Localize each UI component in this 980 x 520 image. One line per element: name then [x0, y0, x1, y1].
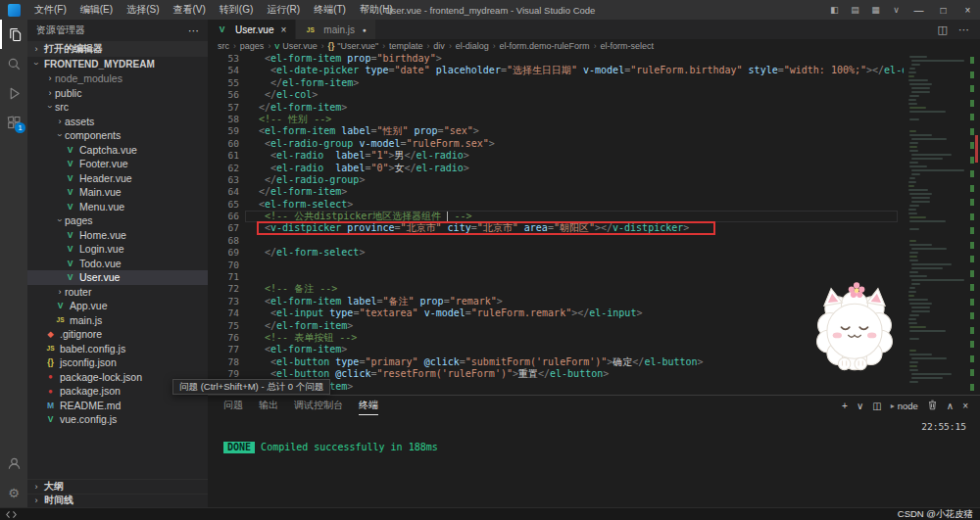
code-line-59[interactable]: 59 <el-form-item label="性别" prop="sex"> — [208, 125, 980, 137]
tree-item-user-vue[interactable]: VUser.vue — [27, 270, 208, 285]
explorer-icon[interactable] — [0, 20, 27, 49]
close-panel-icon[interactable]: × — [962, 401, 968, 411]
breadcrumb-item[interactable]: el-form-select — [600, 41, 654, 51]
outline-section[interactable]: › 大纲 — [27, 479, 208, 494]
menu-item[interactable]: 文件(F) — [27, 0, 74, 20]
minimize-button[interactable]: — — [906, 0, 931, 20]
split-terminal-icon[interactable]: ◫ — [872, 401, 881, 411]
code-line-53[interactable]: 53 <el-form-item prop="birthday"> — [208, 53, 980, 65]
toggle-sidebar-icon[interactable]: ◧ — [824, 0, 845, 20]
code-line-57[interactable]: 57 </el-form-item> — [208, 102, 980, 114]
chevron-right-icon: › — [55, 287, 65, 297]
panel-tab-调试控制台[interactable]: 调试控制台 — [294, 396, 343, 415]
customize-layout-icon[interactable]: ∨ — [886, 0, 906, 20]
menu-item[interactable]: 编辑(E) — [74, 0, 120, 20]
tree-item-components[interactable]: ›components — [27, 128, 208, 143]
code-line-63[interactable]: 63 </el-radio-group> — [208, 174, 980, 186]
code-line-60[interactable]: 60 <el-radio-group v-model="ruleForm.sex… — [208, 138, 980, 150]
tree-item-vue-config-js[interactable]: Vvue.config.js — [27, 412, 208, 427]
tree-item-main-vue[interactable]: VMain.vue — [27, 185, 208, 200]
tree-item-captcha-vue[interactable]: VCaptcha.vue — [27, 143, 208, 158]
tree-item-header-vue[interactable]: VHeader.vue — [27, 171, 208, 186]
minimap[interactable] — [904, 53, 966, 395]
breadcrumb-item[interactable]: div — [433, 41, 445, 51]
breadcrumb-item[interactable]: el-form.demo-ruleForm — [500, 41, 590, 51]
tree-item-src[interactable]: ›src — [27, 100, 208, 115]
project-root-row[interactable]: › FRONTEND_MYDREAM — [27, 57, 208, 72]
breadcrumb-item[interactable]: {}"User.vue" — [328, 41, 379, 51]
close-window-button[interactable]: × — [956, 0, 980, 20]
breadcrumb-item[interactable]: template — [389, 41, 423, 51]
new-terminal-icon[interactable]: + — [842, 401, 848, 411]
tree-item-pages[interactable]: ›pages — [27, 213, 208, 228]
code-line-67[interactable]: 67 <v-distpicker province="北京市" city="北京… — [208, 222, 980, 234]
maximize-panel-icon[interactable]: ∧ — [947, 401, 954, 411]
code-line-64[interactable]: 64 </el-form-item> — [208, 186, 980, 198]
terminal-shell-item[interactable]: ▸ node — [891, 401, 918, 411]
more-actions-icon[interactable]: ⋯ — [958, 24, 969, 36]
timeline-section[interactable]: › 时间线 — [27, 494, 208, 508]
menu-item[interactable]: 选择(S) — [120, 0, 166, 20]
overview-ruler[interactable] — [966, 53, 980, 395]
menu-item[interactable]: 查看(V) — [166, 0, 212, 20]
code-line-70[interactable]: 70 — [208, 260, 980, 271]
settings-gear-icon[interactable]: ⚙ — [0, 478, 27, 507]
code-line-62[interactable]: 62 <el-radio label="0">女</el-radio> — [208, 163, 980, 174]
search-icon[interactable] — [0, 49, 27, 78]
tree-item-assets[interactable]: ›assets — [27, 115, 208, 129]
maximize-button[interactable]: □ — [931, 0, 956, 20]
panel-tab-问题[interactable]: 问题 — [223, 396, 243, 415]
extensions-icon[interactable]: 1 — [0, 108, 27, 137]
git-added-mark — [970, 85, 974, 92]
code-line-61[interactable]: 61 <el-radio label="1">男</el-radio> — [208, 150, 980, 162]
tree-item-menu-vue[interactable]: VMenu.vue — [27, 200, 208, 214]
tree-item-public[interactable]: ›public — [27, 86, 208, 101]
code-line-69[interactable]: 69 </el-form-select> — [208, 247, 980, 259]
code-line-54[interactable]: 54 <el-date-picker type="date" placehold… — [208, 65, 980, 76]
tab-main-js[interactable]: JS main.js ● — [296, 20, 376, 39]
tree-item-app-vue[interactable]: VApp.vue — [27, 299, 208, 313]
sidebar-bottom-sections: › 大纲 › 时间线 — [27, 479, 208, 507]
more-actions-icon[interactable]: ⋯ — [188, 24, 199, 37]
menu-item[interactable]: 运行(R) — [260, 0, 307, 20]
tree-item-todo-vue[interactable]: VTodo.vue — [27, 257, 208, 271]
tree-item--gitignore[interactable]: ◆.gitignore — [27, 327, 208, 342]
code-line-65[interactable]: 65 <el-form-select> — [208, 199, 980, 211]
breadcrumb-item[interactable]: pages — [240, 41, 265, 51]
tree-item-home-vue[interactable]: VHome.vue — [27, 228, 208, 243]
code-line-66[interactable]: 66 <!-- 公共distpicker地区选择器组件 --> — [208, 211, 980, 222]
breadcrumb-item[interactable]: src — [218, 41, 229, 51]
kill-terminal-icon[interactable] — [927, 400, 938, 412]
split-editor-icon[interactable]: ◫ — [938, 24, 948, 36]
code-line-58[interactable]: 58 <!-- 性别 --> — [208, 114, 980, 125]
remote-indicator-icon[interactable] — [0, 508, 22, 520]
breadcrumb-item[interactable]: el-dialog — [456, 41, 489, 51]
menu-item[interactable]: 终端(T) — [307, 0, 353, 20]
menu-item[interactable]: 转到(G) — [213, 0, 260, 20]
git-added-mark — [970, 355, 974, 362]
code-line-68[interactable]: 68 — [208, 235, 980, 247]
code-line-56[interactable]: 56 </el-col> — [208, 89, 980, 101]
tree-item-login-vue[interactable]: VLogin.vue — [27, 242, 208, 257]
tree-item-babel-config-js[interactable]: JSbabel.config.js — [27, 342, 208, 356]
tab-user-vue[interactable]: V User.vue × — [208, 20, 296, 39]
tree-item-router[interactable]: ›router — [27, 285, 208, 300]
git-added-mark — [970, 170, 974, 177]
tree-item-footer-vue[interactable]: VFooter.vue — [27, 157, 208, 171]
tree-item-main-js[interactable]: JSmain.js — [27, 313, 208, 328]
tree-item-node-modules[interactable]: ›node_modules — [27, 71, 208, 86]
account-icon[interactable] — [0, 449, 27, 478]
panel-tab-终端[interactable]: 终端 — [359, 396, 378, 415]
open-editors-section[interactable]: › 打开的编辑器 — [27, 41, 208, 57]
toggle-panel-icon[interactable]: ▤ — [845, 0, 865, 20]
compile-message: Compiled successfully in 188ms — [255, 442, 438, 452]
breadcrumb-item[interactable]: VUser.vue — [274, 41, 318, 51]
tree-item-jsconfig-json[interactable]: {}jsconfig.json — [27, 355, 208, 370]
panel-tab-输出[interactable]: 输出 — [259, 396, 278, 415]
terminal-dropdown-icon[interactable]: ∨ — [857, 401, 863, 411]
close-tab-icon[interactable]: × — [280, 24, 286, 35]
layout-grid-icon[interactable]: ▦ — [865, 0, 886, 20]
tree-item-readme-md[interactable]: MREADME.md — [27, 399, 208, 413]
code-line-55[interactable]: 55 </el-form-item> — [208, 77, 980, 89]
run-debug-icon[interactable] — [0, 78, 27, 108]
